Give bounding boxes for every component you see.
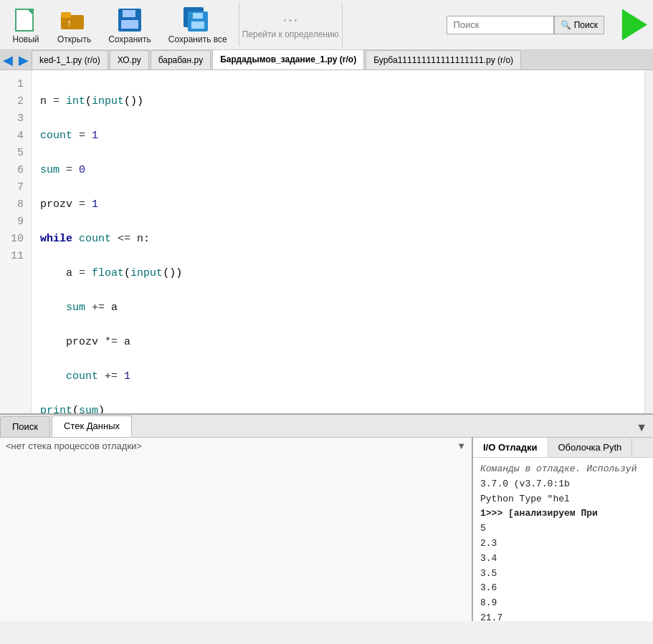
line-num-1: 1 [3, 76, 28, 93]
tab-baraban[interactable]: барабан.py [151, 50, 211, 69]
console-line-6: 3.4 [480, 552, 646, 567]
tab-xo[interactable]: ХО.py [110, 50, 149, 69]
save-label: Сохранить [108, 34, 151, 44]
open-label: Открыть [57, 34, 91, 44]
svg-rect-11 [193, 13, 203, 19]
save-button[interactable]: Сохранить [103, 3, 157, 47]
console-line-8: 3.6 [480, 581, 646, 596]
search-input[interactable] [447, 16, 554, 34]
left-panel: <нет стека процессов отладки> ▼ [0, 438, 473, 621]
code-line-8: prozv *= a [40, 334, 636, 351]
svg-rect-7 [123, 10, 135, 17]
console-line-5: 2.3 [480, 537, 646, 552]
tab-burba[interactable]: Бурба111111111111111111.py (r/o) [366, 50, 521, 69]
line-num-10: 10 [3, 231, 28, 248]
open-icon: ↑ [61, 8, 88, 32]
line-num-3: 3 [3, 110, 28, 128]
console-line-9: 8.9 [480, 596, 646, 611]
bottom-panel: Поиск Стек Данных ▼ <нет стека процессов… [0, 413, 653, 621]
bottom-tabs-bar: Поиск Стек Данных ▼ [0, 415, 653, 438]
right-tab-shell[interactable]: Оболочка Pyth [548, 438, 633, 457]
code-line-6: a = float(input()) [40, 265, 636, 282]
code-editor-area: 1 2 3 4 5 6 7 8 9 10 11 n = int(input())… [0, 70, 653, 413]
tab-ked[interactable]: ked-1_1.py (r/o) [32, 50, 108, 69]
code-line-10: print(sum) [40, 403, 636, 413]
console-line-1: 3.7.0 (v3.7.0:1b [480, 477, 646, 492]
bottom-content-area: <нет стека процессов отладки> ▼ I/O Отла… [0, 438, 653, 621]
line-num-6: 6 [3, 162, 28, 179]
right-panel: I/O Отладки Оболочка Pyth Команды в отла… [473, 438, 653, 621]
line-num-7: 7 [3, 179, 28, 196]
open-button[interactable]: ↑ Открыть [52, 3, 97, 47]
svg-text:↑: ↑ [67, 17, 72, 29]
console-line-10: 21.7 [480, 611, 646, 621]
console-output[interactable]: Команды в отладке. Используй 3.7.0 (v3.7… [473, 458, 653, 621]
saveall-label: Сохранить все [168, 34, 227, 44]
code-line-3: sum = 0 [40, 162, 636, 179]
console-line-2: Python Type "hel [480, 492, 646, 507]
new-label: Новый [12, 34, 39, 44]
stack-placeholder-text: <нет стека процессов отладки> [6, 441, 142, 451]
console-line-3: 1>>> [анализируем При [480, 506, 646, 522]
tab-next-button[interactable]: ▶ [16, 51, 32, 69]
svg-rect-8 [121, 20, 138, 29]
search-area: 🔍 Поиск [447, 16, 604, 34]
code-line-9: count += 1 [40, 368, 636, 385]
line-num-8: 8 [3, 196, 28, 213]
code-line-5: while count <= n: [40, 231, 636, 248]
tab-bardadymov[interactable]: Бардадымов_задание_1.py (r/o) [212, 50, 364, 69]
console-line-4: 5 [480, 522, 646, 537]
right-tabs-bar: I/O Отладки Оболочка Pyth [473, 438, 653, 458]
goto-icon: ⋯ [282, 11, 298, 29]
console-line-7: 3.5 [480, 567, 646, 582]
code-line-4: prozv = 1 [40, 196, 636, 213]
new-file-icon [13, 6, 39, 34]
run-button[interactable] [616, 9, 647, 41]
line-num-2: 2 [3, 93, 28, 110]
stack-content: <нет стека процессов отладки> ▼ [0, 438, 472, 621]
code-content[interactable]: n = int(input()) count = 1 sum = 0 prozv… [32, 70, 644, 413]
code-line-7: sum += a [40, 299, 636, 317]
line-num-4: 4 [3, 128, 28, 145]
goto-definition-button[interactable]: ⋯ Перейти к определению [239, 3, 343, 47]
bottom-tab-stack[interactable]: Стек Данных [52, 415, 132, 437]
saveall-icon [183, 7, 212, 33]
line-num-11: 11 [3, 248, 28, 265]
console-line-0: Команды в отладке. Используй [480, 462, 646, 477]
stack-dropdown-button[interactable]: ▼ [457, 441, 466, 451]
code-line-1: n = int(input()) [40, 93, 636, 110]
saveall-button[interactable]: Сохранить все [163, 3, 233, 47]
save-icon [117, 7, 143, 33]
scroll-indicator[interactable] [644, 70, 653, 413]
new-button[interactable]: Новый [6, 3, 46, 47]
code-line-2: count = 1 [40, 128, 636, 145]
line-numbers: 1 2 3 4 5 6 7 8 9 10 11 [0, 70, 32, 413]
toolbar: Новый ↑ Открыть Сохранить [0, 0, 653, 50]
tabs-bar: ◀ ▶ ked-1_1.py (r/o) ХО.py барабан.py Ба… [0, 50, 653, 70]
bottom-tab-search[interactable]: Поиск [0, 416, 50, 437]
right-tab-io[interactable]: I/O Отладки [473, 438, 548, 457]
line-num-5: 5 [3, 145, 28, 162]
svg-rect-12 [191, 21, 204, 29]
tab-prev-button[interactable]: ◀ [0, 51, 16, 69]
search-button[interactable]: 🔍 Поиск [554, 16, 604, 34]
bottom-dropdown-button[interactable]: ▼ [630, 418, 653, 437]
line-num-9: 9 [3, 213, 28, 231]
goto-label: Перейти к определению [242, 29, 339, 39]
